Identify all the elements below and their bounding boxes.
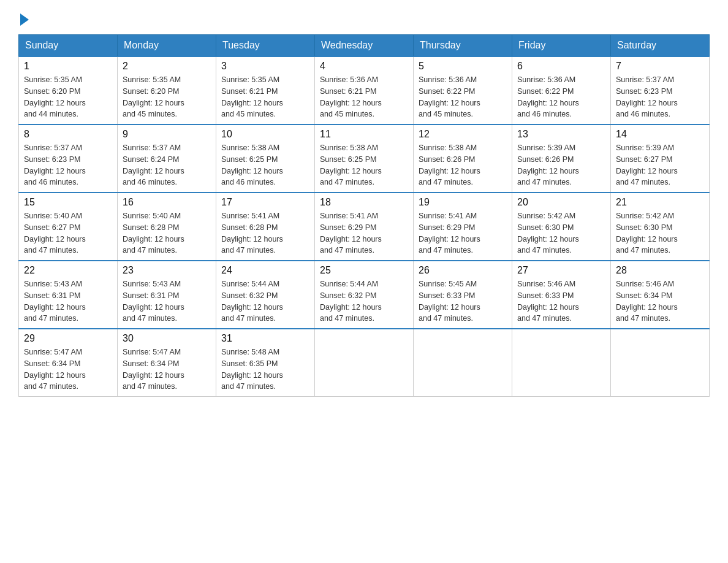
calendar-cell: 24Sunrise: 5:44 AMSunset: 6:32 PMDayligh… — [216, 261, 315, 329]
logo-arrow-icon — [20, 13, 29, 26]
day-number: 30 — [123, 333, 211, 344]
calendar-cell: 20Sunrise: 5:42 AMSunset: 6:30 PMDayligh… — [512, 193, 611, 261]
day-number: 25 — [320, 265, 408, 276]
calendar-cell — [512, 329, 611, 397]
calendar-cell: 23Sunrise: 5:43 AMSunset: 6:31 PMDayligh… — [118, 261, 216, 329]
calendar-cell: 15Sunrise: 5:40 AMSunset: 6:27 PMDayligh… — [19, 193, 118, 261]
col-header-thursday: Thursday — [414, 35, 512, 57]
day-info: Sunrise: 5:42 AMSunset: 6:30 PMDaylight:… — [616, 210, 704, 256]
calendar-cell — [611, 329, 710, 397]
calendar-cell: 28Sunrise: 5:46 AMSunset: 6:34 PMDayligh… — [611, 261, 710, 329]
day-info: Sunrise: 5:43 AMSunset: 6:31 PMDaylight:… — [123, 278, 211, 324]
day-info: Sunrise: 5:45 AMSunset: 6:33 PMDaylight:… — [419, 278, 507, 324]
day-number: 21 — [616, 197, 704, 208]
day-info: Sunrise: 5:35 AMSunset: 6:20 PMDaylight:… — [123, 74, 211, 120]
col-header-monday: Monday — [118, 35, 216, 57]
calendar-cell — [315, 329, 414, 397]
day-number: 26 — [419, 265, 507, 276]
day-info: Sunrise: 5:44 AMSunset: 6:32 PMDaylight:… — [320, 278, 408, 324]
day-number: 8 — [24, 129, 112, 140]
day-info: Sunrise: 5:37 AMSunset: 6:23 PMDaylight:… — [24, 142, 112, 188]
day-info: Sunrise: 5:40 AMSunset: 6:27 PMDaylight:… — [24, 210, 112, 256]
day-number: 19 — [419, 197, 507, 208]
day-info: Sunrise: 5:39 AMSunset: 6:26 PMDaylight:… — [517, 142, 605, 188]
col-header-wednesday: Wednesday — [315, 35, 414, 57]
calendar-cell: 11Sunrise: 5:38 AMSunset: 6:25 PMDayligh… — [315, 124, 414, 193]
week-row-3: 15Sunrise: 5:40 AMSunset: 6:27 PMDayligh… — [19, 193, 710, 261]
calendar-cell: 25Sunrise: 5:44 AMSunset: 6:32 PMDayligh… — [315, 261, 414, 329]
day-info: Sunrise: 5:38 AMSunset: 6:26 PMDaylight:… — [419, 142, 507, 188]
week-row-2: 8Sunrise: 5:37 AMSunset: 6:23 PMDaylight… — [19, 124, 710, 193]
day-number: 5 — [419, 61, 507, 72]
day-info: Sunrise: 5:47 AMSunset: 6:34 PMDaylight:… — [123, 347, 211, 393]
day-number: 15 — [24, 197, 112, 208]
page-header — [18, 12, 710, 23]
day-info: Sunrise: 5:36 AMSunset: 6:21 PMDaylight:… — [320, 74, 408, 120]
day-info: Sunrise: 5:47 AMSunset: 6:34 PMDaylight:… — [24, 347, 112, 393]
day-number: 18 — [320, 197, 408, 208]
day-info: Sunrise: 5:38 AMSunset: 6:25 PMDaylight:… — [221, 142, 309, 188]
day-info: Sunrise: 5:48 AMSunset: 6:35 PMDaylight:… — [221, 347, 309, 393]
day-info: Sunrise: 5:41 AMSunset: 6:29 PMDaylight:… — [419, 210, 507, 256]
day-info: Sunrise: 5:35 AMSunset: 6:20 PMDaylight:… — [24, 74, 112, 120]
calendar-cell: 21Sunrise: 5:42 AMSunset: 6:30 PMDayligh… — [611, 193, 710, 261]
day-number: 12 — [419, 129, 507, 140]
day-info: Sunrise: 5:36 AMSunset: 6:22 PMDaylight:… — [419, 74, 507, 120]
calendar-cell: 1Sunrise: 5:35 AMSunset: 6:20 PMDaylight… — [19, 56, 118, 124]
day-number: 14 — [616, 129, 704, 140]
week-row-1: 1Sunrise: 5:35 AMSunset: 6:20 PMDaylight… — [19, 56, 710, 124]
day-number: 24 — [221, 265, 309, 276]
day-number: 4 — [320, 61, 408, 72]
calendar-cell: 7Sunrise: 5:37 AMSunset: 6:23 PMDaylight… — [611, 56, 710, 124]
day-info: Sunrise: 5:42 AMSunset: 6:30 PMDaylight:… — [517, 210, 605, 256]
day-number: 16 — [123, 197, 211, 208]
calendar-cell — [414, 329, 512, 397]
calendar-cell: 29Sunrise: 5:47 AMSunset: 6:34 PMDayligh… — [19, 329, 118, 397]
day-number: 7 — [616, 61, 704, 72]
day-number: 17 — [221, 197, 309, 208]
day-info: Sunrise: 5:39 AMSunset: 6:27 PMDaylight:… — [616, 142, 704, 188]
day-info: Sunrise: 5:35 AMSunset: 6:21 PMDaylight:… — [221, 74, 309, 120]
day-info: Sunrise: 5:38 AMSunset: 6:25 PMDaylight:… — [320, 142, 408, 188]
calendar-cell: 18Sunrise: 5:41 AMSunset: 6:29 PMDayligh… — [315, 193, 414, 261]
logo-top — [18, 12, 29, 26]
calendar-cell: 30Sunrise: 5:47 AMSunset: 6:34 PMDayligh… — [118, 329, 216, 397]
day-number: 3 — [221, 61, 309, 72]
day-number: 1 — [24, 61, 112, 72]
week-row-5: 29Sunrise: 5:47 AMSunset: 6:34 PMDayligh… — [19, 329, 710, 397]
calendar-cell: 22Sunrise: 5:43 AMSunset: 6:31 PMDayligh… — [19, 261, 118, 329]
day-number: 20 — [517, 197, 605, 208]
calendar-cell: 8Sunrise: 5:37 AMSunset: 6:23 PMDaylight… — [19, 124, 118, 193]
col-header-saturday: Saturday — [611, 35, 710, 57]
col-header-friday: Friday — [512, 35, 611, 57]
calendar-cell: 16Sunrise: 5:40 AMSunset: 6:28 PMDayligh… — [118, 193, 216, 261]
day-number: 27 — [517, 265, 605, 276]
week-row-4: 22Sunrise: 5:43 AMSunset: 6:31 PMDayligh… — [19, 261, 710, 329]
day-info: Sunrise: 5:43 AMSunset: 6:31 PMDaylight:… — [24, 278, 112, 324]
calendar-cell: 10Sunrise: 5:38 AMSunset: 6:25 PMDayligh… — [216, 124, 315, 193]
calendar-cell: 12Sunrise: 5:38 AMSunset: 6:26 PMDayligh… — [414, 124, 512, 193]
day-info: Sunrise: 5:41 AMSunset: 6:29 PMDaylight:… — [320, 210, 408, 256]
calendar-table: SundayMondayTuesdayWednesdayThursdayFrid… — [18, 34, 710, 397]
day-number: 22 — [24, 265, 112, 276]
day-info: Sunrise: 5:46 AMSunset: 6:33 PMDaylight:… — [517, 278, 605, 324]
calendar-cell: 19Sunrise: 5:41 AMSunset: 6:29 PMDayligh… — [414, 193, 512, 261]
calendar-cell: 31Sunrise: 5:48 AMSunset: 6:35 PMDayligh… — [216, 329, 315, 397]
day-number: 23 — [123, 265, 211, 276]
calendar-cell: 9Sunrise: 5:37 AMSunset: 6:24 PMDaylight… — [118, 124, 216, 193]
calendar-cell: 2Sunrise: 5:35 AMSunset: 6:20 PMDaylight… — [118, 56, 216, 124]
col-header-tuesday: Tuesday — [216, 35, 315, 57]
day-number: 10 — [221, 129, 309, 140]
calendar-cell: 27Sunrise: 5:46 AMSunset: 6:33 PMDayligh… — [512, 261, 611, 329]
calendar-cell: 17Sunrise: 5:41 AMSunset: 6:28 PMDayligh… — [216, 193, 315, 261]
day-number: 29 — [24, 333, 112, 344]
day-info: Sunrise: 5:40 AMSunset: 6:28 PMDaylight:… — [123, 210, 211, 256]
day-number: 9 — [123, 129, 211, 140]
day-number: 2 — [123, 61, 211, 72]
day-info: Sunrise: 5:41 AMSunset: 6:28 PMDaylight:… — [221, 210, 309, 256]
day-number: 28 — [616, 265, 704, 276]
calendar-cell: 3Sunrise: 5:35 AMSunset: 6:21 PMDaylight… — [216, 56, 315, 124]
day-number: 11 — [320, 129, 408, 140]
calendar-cell: 13Sunrise: 5:39 AMSunset: 6:26 PMDayligh… — [512, 124, 611, 193]
calendar-cell: 5Sunrise: 5:36 AMSunset: 6:22 PMDaylight… — [414, 56, 512, 124]
